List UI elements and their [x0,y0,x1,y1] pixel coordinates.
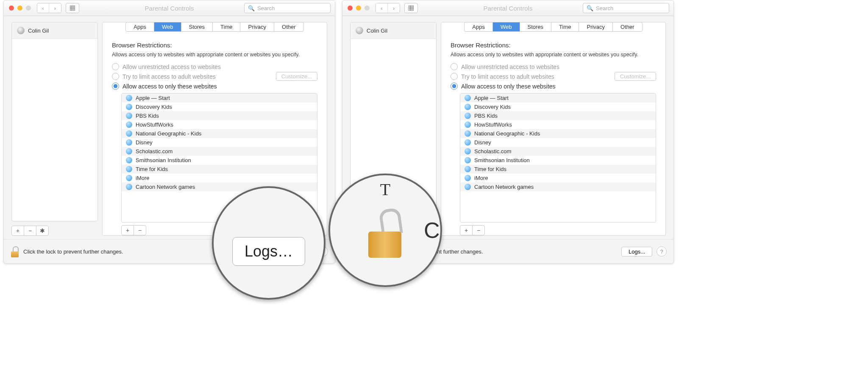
site-row[interactable]: Smithsonian Institution [460,156,656,165]
forward-button[interactable]: › [49,3,61,13]
site-row[interactable]: Apple — Start [122,94,317,102]
user-list[interactable]: Colin Gil [11,22,98,221]
tab-web[interactable]: Web [493,22,520,31]
tab-time[interactable]: Time [213,22,240,31]
magnified-logs-button: Logs… [232,237,305,266]
tab-stores[interactable]: Stores [181,22,213,31]
radio-only-these[interactable]: Allow access to only these websites [451,83,656,90]
site-row[interactable]: HowStuffWorks [460,120,656,129]
tab-stores[interactable]: Stores [520,22,552,31]
tab-web[interactable]: Web [154,22,181,31]
site-row[interactable]: Scholastic.com [460,147,656,156]
site-row[interactable]: National Geographic - Kids [122,129,317,138]
user-settings-button[interactable]: ✱ [36,226,49,236]
user-name: Colin Gil [28,28,49,34]
tab-other[interactable]: Other [274,22,303,31]
zoom-icon[interactable] [26,6,31,11]
help-button[interactable]: ? [657,246,667,257]
customize-button: Customize... [276,72,317,81]
user-name: Colin Gil [367,28,387,34]
lock-icon[interactable] [11,246,19,257]
tab-other[interactable]: Other [613,22,642,31]
back-button[interactable]: ‹ [376,3,388,13]
magnified-text: Cl [424,218,442,243]
user-row[interactable]: Colin Gil [12,22,97,39]
add-site-button[interactable]: + [121,225,134,235]
site-row[interactable]: Discovery Kids [460,102,656,111]
user-row[interactable]: Colin Gil [351,22,436,39]
section-title: Browser Restrictions: [451,41,656,49]
site-row[interactable]: Disney [460,138,656,147]
remove-user-button[interactable]: − [24,226,36,236]
site-row[interactable]: Time for Kids [460,165,656,174]
minimize-icon[interactable] [17,6,22,11]
site-row[interactable]: Time for Kids [122,165,317,174]
site-row[interactable]: iMore [122,174,317,182]
globe-icon [126,166,132,172]
close-icon[interactable] [348,6,353,11]
globe-icon [126,130,132,137]
site-row[interactable]: National Geographic - Kids [460,129,656,138]
globe-icon [126,148,132,154]
site-row[interactable]: Cartoon Network games [460,182,656,191]
site-list[interactable]: Apple — Start Discovery Kids PBS Kids Ho… [460,93,656,223]
tab-privacy[interactable]: Privacy [240,22,274,31]
radio-unrestricted[interactable]: Allow unrestricted access to websites [451,63,656,70]
tab-apps[interactable]: Apps [126,22,154,31]
zoom-icon[interactable] [364,6,370,11]
help-text: Allows access only to websites with appr… [112,51,317,58]
site-row[interactable]: Disney [122,138,317,147]
search-input[interactable]: 🔍 Search [583,3,669,13]
site-row[interactable]: Scholastic.com [122,147,317,156]
globe-icon [465,184,471,190]
globe-icon [465,95,471,101]
tab-apps[interactable]: Apps [465,22,493,31]
magnifier-lock: T Cl [328,174,442,287]
site-row[interactable]: Apple — Start [460,94,656,102]
globe-icon [465,113,471,119]
site-row[interactable]: PBS Kids [122,111,317,120]
add-site-button[interactable]: + [460,225,473,235]
section-title: Browser Restrictions: [112,41,317,49]
tab-privacy[interactable]: Privacy [579,22,613,31]
grid-icon [409,6,414,11]
globe-icon [126,104,132,110]
radio-limit-adult[interactable]: Try to limit access to adult websites Cu… [451,72,656,81]
site-row[interactable]: Smithsonian Institution [122,156,317,165]
radio-selected-icon [112,83,119,90]
radio-unrestricted[interactable]: Allow unrestricted access to websites [112,63,317,70]
site-row[interactable]: Discovery Kids [122,102,317,111]
globe-icon [126,95,132,101]
back-button[interactable]: ‹ [37,3,49,13]
show-all-button[interactable] [66,3,79,13]
tab-time[interactable]: Time [551,22,579,31]
globe-icon [126,184,132,190]
help-text: Allows access only to websites with appr… [451,51,656,58]
search-input[interactable]: 🔍 Search [244,3,331,13]
add-user-button[interactable]: + [11,226,24,236]
lock-text: Click the lock to prevent further change… [23,248,123,255]
globe-icon [465,104,471,110]
globe-icon [465,148,471,154]
logs-button[interactable]: Logs... [621,247,652,257]
user-icon [356,27,363,34]
lock-text-partial: ent further changes. [434,248,483,255]
radio-icon [112,63,119,70]
forward-button[interactable]: › [388,3,400,13]
site-row[interactable]: PBS Kids [460,111,656,120]
radio-icon [451,73,458,80]
globe-icon [465,139,471,146]
radio-limit-adult[interactable]: Try to limit access to adult websites Cu… [112,72,317,81]
show-all-button[interactable] [404,3,418,13]
site-row[interactable]: iMore [460,174,656,182]
remove-site-button[interactable]: − [134,225,146,235]
minimize-icon[interactable] [356,6,361,11]
radio-only-these[interactable]: Allow access to only these websites [112,83,317,90]
remove-site-button[interactable]: − [472,225,485,235]
radio-icon [451,63,458,70]
search-icon: 🔍 [587,5,593,11]
globe-icon [465,166,471,172]
close-icon[interactable] [9,6,14,11]
radio-icon [112,73,119,80]
site-row[interactable]: HowStuffWorks [122,120,317,129]
